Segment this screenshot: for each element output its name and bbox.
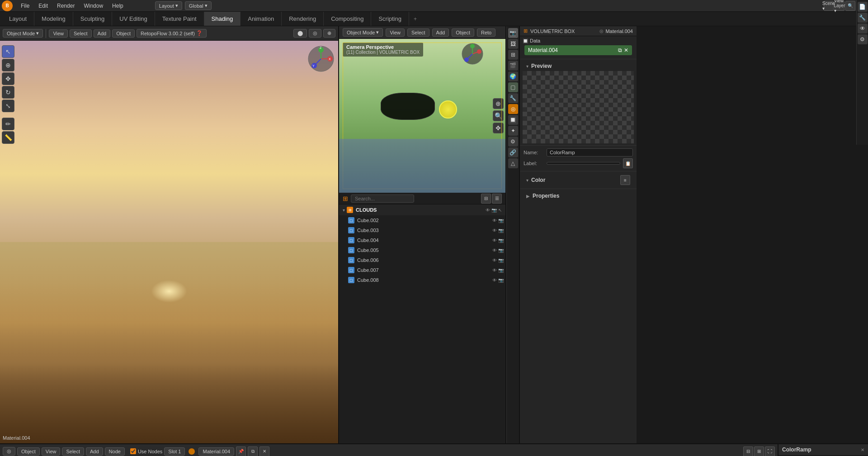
viewport-3d[interactable]: ↖ ⊕ ✥ ↻ ⤡ ✏ 📏 X <box>0 41 338 443</box>
outliner-view-btn[interactable]: ☰ <box>492 194 502 204</box>
add-workspace-btn[interactable]: + <box>409 12 421 26</box>
props-object-data-icon[interactable]: △ <box>508 158 518 168</box>
props-render-icon[interactable]: 📷 <box>508 28 518 38</box>
mode-selector[interactable]: Object Mode ▾ <box>3 29 43 38</box>
camera-view-btn[interactable]: View <box>386 28 405 37</box>
restrict-select-icon[interactable]: ↖ <box>498 208 502 213</box>
cube007-render[interactable]: 📷 <box>498 268 504 273</box>
tab-modeling[interactable]: Modeling <box>34 12 73 26</box>
restrict-render-icon[interactable]: 📷 <box>491 208 497 213</box>
scale-tool-btn[interactable]: ⤡ <box>2 100 14 112</box>
axes-gizmo[interactable]: X Z Y <box>307 45 335 74</box>
props-object-icon[interactable]: ▢ <box>508 82 518 92</box>
node-material-btn[interactable]: Material.004 <box>198 447 234 456</box>
cube002-render[interactable]: 📷 <box>498 218 504 223</box>
cube006-view[interactable]: 👁 <box>492 258 497 263</box>
tab-animation[interactable]: Animation <box>241 12 282 26</box>
node-node-btn[interactable]: Node <box>105 447 125 456</box>
camera-reto-btn[interactable]: Reto <box>477 28 495 37</box>
menu-render[interactable]: Render <box>52 2 79 10</box>
camera-mode-btn[interactable]: Object Mode ▾ <box>343 28 383 37</box>
cube004-view[interactable]: 👁 <box>492 238 497 243</box>
props-material-icon[interactable]: ◎ <box>508 104 518 114</box>
addon-btn[interactable]: RetopoFlow 3.00.2 (self) ❓ <box>137 29 207 38</box>
properties-section-header[interactable]: ▶ Properties <box>523 191 634 201</box>
outliner-cube003[interactable]: ▢ Cube.003 👁 📷 <box>339 225 505 235</box>
blender-logo[interactable]: B <box>2 0 13 11</box>
props-view-layer-icon[interactable]: ⊞ <box>508 50 518 60</box>
object-menu[interactable]: Object <box>112 29 135 38</box>
cube003-render[interactable]: 📷 <box>498 228 504 233</box>
outliner-cube008[interactable]: ▢ Cube.008 👁 📷 <box>339 275 505 285</box>
node-editor-type-btn[interactable]: ◎ <box>3 447 15 456</box>
camera-select-btn[interactable]: Select <box>407 28 429 37</box>
restrict-view-icon[interactable]: 👁 <box>486 208 490 213</box>
camera-object-btn[interactable]: Object <box>452 28 474 37</box>
outliner-search[interactable] <box>351 195 414 203</box>
view-layer-selector[interactable]: View Layer ▾ <box>835 1 844 11</box>
select-menu[interactable]: Select <box>70 29 92 38</box>
transform-mode[interactable]: Global ▾ <box>185 1 212 10</box>
cube004-render[interactable]: 📷 <box>498 238 504 243</box>
color-add-btn[interactable]: ≡ <box>620 175 630 185</box>
add-menu[interactable]: Add <box>94 29 111 38</box>
node-object-btn[interactable]: Object <box>17 447 40 456</box>
menu-help[interactable]: Help <box>108 2 128 10</box>
render-engine-btn[interactable]: 🔍 <box>845 1 855 11</box>
cam-nav-orbit[interactable]: ⊕ <box>493 98 504 109</box>
tab-shading[interactable]: Shading <box>204 12 241 26</box>
node-pin-btn[interactable]: 📌 <box>236 446 246 456</box>
node-zoom-out-btn[interactable]: ⊟ <box>743 446 753 456</box>
material-name-bar[interactable]: Material.004 ⧉ ✕ <box>524 45 632 55</box>
color-section-header[interactable]: ▾ Color ≡ <box>523 173 634 187</box>
node-editor[interactable]: ◎ Object View Select Add Node Use Nodes … <box>0 444 778 456</box>
node-select-btn[interactable]: Select <box>62 447 84 456</box>
camera-viewport[interactable]: Camera Perspective (11) Collection | VOL… <box>339 39 505 193</box>
mat-close-btn[interactable]: ✕ <box>624 47 628 53</box>
tab-rendering[interactable]: Rendering <box>282 12 324 26</box>
node-label-input[interactable] <box>547 162 620 165</box>
cube005-render[interactable]: 📷 <box>498 248 504 253</box>
outliner-cube002[interactable]: ▢ Cube.002 👁 📷 <box>339 215 505 225</box>
view-menu[interactable]: View <box>49 29 68 38</box>
node-name-input[interactable]: ColorRamp <box>547 148 633 157</box>
camera-axes-gizmo[interactable] <box>461 43 484 66</box>
node-view-all-btn[interactable]: ⛶ <box>765 446 775 456</box>
props-output-icon[interactable]: 🖼 <box>508 39 518 49</box>
outliner-filter-btn[interactable]: ⊟ <box>481 194 491 204</box>
node-close-btn[interactable]: ✕ <box>259 446 269 456</box>
props-world-icon[interactable]: 🌍 <box>508 71 518 81</box>
node-zoom-in-btn[interactable]: ⊞ <box>754 446 764 456</box>
menu-file[interactable]: File <box>16 2 34 10</box>
node-copy-btn[interactable]: ⧉ <box>248 446 258 456</box>
props-modifier-icon[interactable]: 🔧 <box>508 93 518 103</box>
node-label-icon-btn[interactable]: 📋 <box>623 158 633 168</box>
props-scene-icon[interactable]: 🎬 <box>508 61 518 71</box>
measure-tool-btn[interactable]: 📏 <box>2 131 14 144</box>
layout-selector[interactable]: Layout ▾ <box>155 1 182 10</box>
cam-nav-pan[interactable]: ✥ <box>493 123 504 133</box>
node-props-close-btn[interactable]: ✕ <box>861 447 864 452</box>
props-physics-icon[interactable]: ⚙ <box>508 137 518 147</box>
viewport-overlay-btn[interactable]: ◎ <box>309 29 321 38</box>
scene-selector[interactable]: Scene ▾ <box>824 1 834 11</box>
annotate-tool-btn[interactable]: ✏ <box>2 118 14 130</box>
node-view-btn[interactable]: View <box>42 447 61 456</box>
outliner-cube007[interactable]: ▢ Cube.007 👁 📷 <box>339 265 505 275</box>
move-tool-btn[interactable]: ✥ <box>2 72 14 85</box>
tab-compositing[interactable]: Compositing <box>324 12 371 26</box>
props-particles-icon[interactable]: ✦ <box>508 126 518 136</box>
outliner-cube006[interactable]: ▢ Cube.006 👁 📷 <box>339 255 505 265</box>
cursor-tool-btn[interactable]: ⊕ <box>2 59 14 71</box>
cube008-render[interactable]: 📷 <box>498 278 504 283</box>
camera-add-btn[interactable]: Add <box>432 28 449 37</box>
preview-section-header[interactable]: ▾ Preview <box>523 61 634 71</box>
cube007-view[interactable]: 👁 <box>492 268 497 273</box>
node-add-btn[interactable]: Add <box>86 447 103 456</box>
menu-edit[interactable]: Edit <box>34 2 52 10</box>
viewport-shading-btn[interactable]: ⬤ <box>293 29 307 38</box>
props-data-icon[interactable]: 🔲 <box>508 115 518 125</box>
cube008-view[interactable]: 👁 <box>492 278 497 283</box>
cube002-view[interactable]: 👁 <box>492 218 497 223</box>
viewport-gizmo-btn[interactable]: ⊕ <box>323 29 335 38</box>
